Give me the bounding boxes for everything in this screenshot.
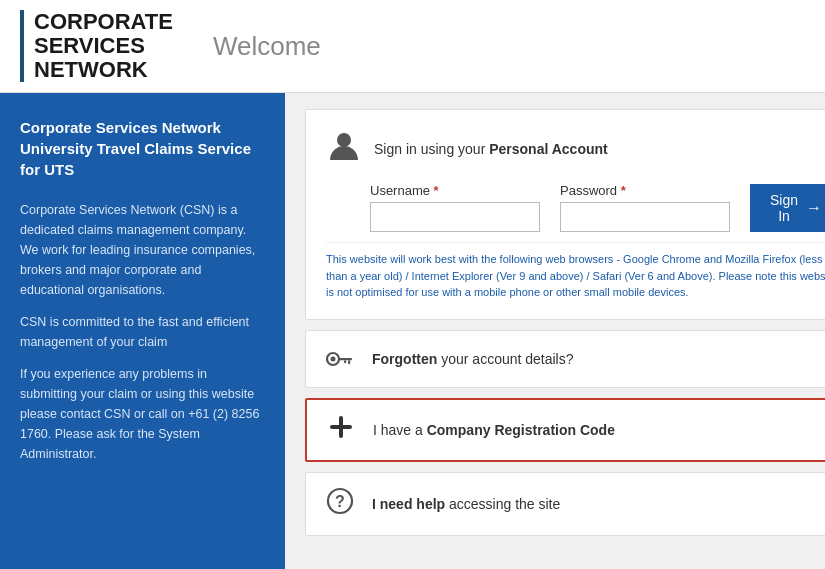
welcome-heading: Welcome [213, 31, 321, 62]
sidebar: Corporate Services Network University Tr… [0, 93, 285, 569]
username-input[interactable] [370, 202, 540, 232]
help-text: I need help accessing the site [372, 496, 560, 512]
help-card[interactable]: ? I need help accessing the site [305, 472, 825, 536]
key-icon [324, 345, 356, 373]
login-card: Sign in using your Personal Account User… [305, 109, 825, 320]
svg-rect-4 [348, 360, 350, 364]
main-layout: Corporate Services Network University Tr… [0, 93, 825, 569]
credentials-row: Username * Password * Sign In → [370, 183, 825, 232]
password-group: Password * [560, 183, 730, 232]
company-registration-card[interactable]: I have a Company Registration Code [305, 398, 825, 462]
password-input[interactable] [560, 202, 730, 232]
sidebar-para2: CSN is committed to the fast and efficie… [20, 312, 265, 352]
personal-account-row: Sign in using your Personal Account [326, 128, 825, 169]
username-group: Username * [370, 183, 540, 232]
svg-rect-5 [344, 360, 346, 363]
plus-icon [325, 414, 357, 446]
sidebar-para3: If you experience any problems in submit… [20, 364, 265, 464]
svg-rect-7 [330, 425, 352, 429]
header: CORPORATE SERVICES NETWORK Welcome [0, 0, 825, 93]
sidebar-para1: Corporate Services Network (CSN) is a de… [20, 200, 265, 300]
svg-rect-3 [338, 358, 352, 360]
username-label: Username * [370, 183, 540, 198]
forgotten-account-card[interactable]: Forgotten your account details? [305, 330, 825, 388]
sidebar-body: Corporate Services Network (CSN) is a de… [20, 200, 265, 464]
sign-in-button[interactable]: Sign In → [750, 184, 825, 232]
person-icon [326, 128, 362, 169]
svg-text:?: ? [335, 493, 345, 510]
logo-text: CORPORATE SERVICES NETWORK [34, 10, 173, 83]
forgotten-account-text: Forgotten your account details? [372, 351, 574, 367]
browser-note: This website will work best with the fol… [326, 242, 825, 301]
content-area: Sign in using your Personal Account User… [285, 93, 825, 569]
sidebar-title: Corporate Services Network University Tr… [20, 117, 265, 180]
help-icon: ? [324, 487, 356, 521]
password-label: Password * [560, 183, 730, 198]
svg-point-0 [337, 133, 351, 147]
arrow-icon: → [806, 199, 822, 217]
svg-point-2 [331, 356, 336, 361]
logo-area: CORPORATE SERVICES NETWORK [20, 10, 173, 83]
company-registration-text: I have a Company Registration Code [373, 422, 615, 438]
sign-in-prompt: Sign in using your Personal Account [374, 141, 608, 157]
